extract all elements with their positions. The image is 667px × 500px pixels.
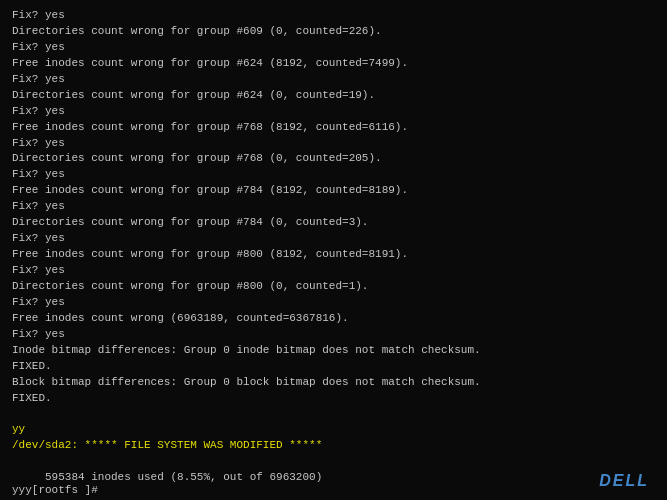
dell-logo: DELL bbox=[599, 472, 649, 490]
screen: Fix? yes Directories count wrong for gro… bbox=[0, 0, 667, 500]
terminal-output: Fix? yes Directories count wrong for gro… bbox=[0, 0, 667, 484]
terminal-prompt: yyy[rootfs ]# bbox=[0, 484, 667, 500]
